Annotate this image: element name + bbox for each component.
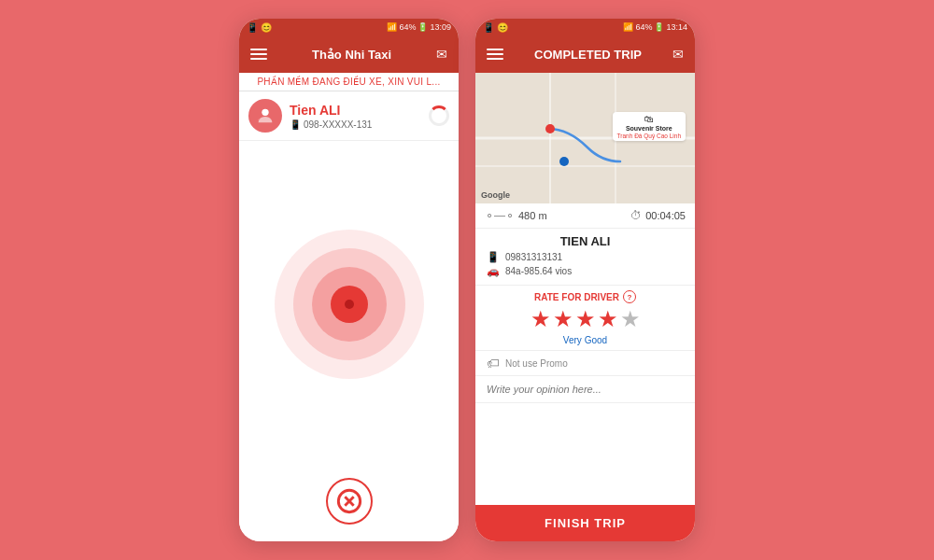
driver-name-block: Tien ALI 📱 098-XXXXX-131 xyxy=(290,103,421,130)
driver-phone-row: 📱 098-XXXXX-131 xyxy=(290,119,421,130)
opinion-input[interactable] xyxy=(475,376,695,403)
map-area: 🛍 Souvenir Store Tranh Đá Quý Cao Linh G… xyxy=(475,73,695,203)
radar-dot xyxy=(345,300,354,309)
vehicle-plate: 84a-985.64 vios xyxy=(505,266,572,276)
left-status-right: 📶 64% 🔋 13:09 xyxy=(387,22,451,32)
driver-name: Tien ALI xyxy=(290,103,421,118)
left-phone: 📱 😊 📶 64% 🔋 13:09 Thảo Nhi Taxi ✉ PHẦN M… xyxy=(239,19,459,541)
star-2[interactable]: ★ xyxy=(553,306,573,332)
store-name: Souvenir Store xyxy=(626,125,672,132)
right-status-bar: 📱 😊 📶 64% 🔋 13:14 xyxy=(475,19,695,35)
car-icon: 🚗 xyxy=(487,265,500,277)
promo-row: 🏷 Not use Promo xyxy=(475,351,695,376)
left-menu-button[interactable] xyxy=(250,49,267,60)
rating-text: Very Good xyxy=(563,335,607,345)
star-3[interactable]: ★ xyxy=(575,306,596,332)
cancel-button[interactable] xyxy=(326,478,373,525)
distance-value: 480 m xyxy=(518,210,547,221)
right-nav-bar: COMPLETED TRIP ✉ xyxy=(475,35,695,73)
map-start-marker xyxy=(545,124,555,133)
right-menu-button[interactable] xyxy=(487,49,503,60)
customer-phone-row: 📱 09831313131 xyxy=(487,251,684,263)
trip-meta: ⚬—⚬ 480 m ⏱ 00:04:05 xyxy=(475,203,695,229)
left-nav-bar: Thảo Nhi Taxi ✉ xyxy=(239,35,459,73)
right-nav-title: COMPLETED TRIP xyxy=(503,48,672,62)
left-banner: PHẦN MỀM ĐANG ĐIỀU XE, XIN VUI L... xyxy=(239,73,459,91)
star-1[interactable]: ★ xyxy=(531,306,551,332)
rate-label: RATE FOR DRIVER ? xyxy=(534,290,636,303)
duration-value: 00:04:05 xyxy=(645,210,686,221)
finish-trip-button[interactable]: FINISH TRIP xyxy=(475,505,695,541)
right-status-right: 📶 64% 🔋 13:14 xyxy=(623,22,687,32)
google-label: Google xyxy=(481,190,510,200)
rating-section: RATE FOR DRIVER ? ★ ★ ★ ★ ★ Very Good xyxy=(475,286,695,351)
right-phone: 📱 😊 📶 64% 🔋 13:14 COMPLETED TRIP ✉ xyxy=(475,19,695,541)
cancel-button-area xyxy=(239,467,459,541)
question-mark: ? xyxy=(623,290,636,303)
left-status-icons: 📱 😊 xyxy=(247,22,272,33)
trip-duration: ⏱ 00:04:05 xyxy=(630,209,686,222)
promo-text: Not use Promo xyxy=(505,358,568,369)
left-nav-title: Thảo Nhi Taxi xyxy=(267,48,436,62)
star-4[interactable]: ★ xyxy=(598,306,618,332)
right-time: 13:14 xyxy=(666,22,687,32)
left-mail-icon[interactable]: ✉ xyxy=(436,47,447,62)
right-battery: 64% xyxy=(635,22,652,32)
phone-icon: 📱 xyxy=(290,119,301,130)
phone-icon: 📱 xyxy=(487,251,500,263)
svg-point-0 xyxy=(262,109,268,116)
rate-label-text: RATE FOR DRIVER xyxy=(534,292,619,302)
star-5[interactable]: ★ xyxy=(620,306,641,332)
driver-phone-number: 098-XXXXX-131 xyxy=(304,119,372,130)
radar-area xyxy=(239,141,459,467)
loading-spinner xyxy=(429,105,449,126)
left-driver-info: Tien ALI 📱 098-XXXXX-131 xyxy=(239,91,459,141)
left-battery: 64% xyxy=(399,22,416,32)
radar xyxy=(275,230,424,379)
store-icon: 🛍 xyxy=(644,114,654,124)
left-status-bar: 📱 😊 📶 64% 🔋 13:09 xyxy=(239,19,459,35)
vehicle-row: 🚗 84a-985.64 vios xyxy=(487,265,684,277)
clock-icon: ⏱ xyxy=(630,209,642,222)
map-end-marker xyxy=(559,157,569,166)
route-icon: ⚬—⚬ xyxy=(485,209,515,222)
customer-phone: 09831313131 xyxy=(505,252,562,262)
trip-detail-section: TIEN ALI 📱 09831313131 🚗 84a-985.64 vios xyxy=(475,229,695,286)
right-mail-icon[interactable]: ✉ xyxy=(672,47,684,62)
customer-name: TIEN ALI xyxy=(487,234,684,248)
right-status-icons: 📱 😊 xyxy=(483,22,508,33)
star-rating[interactable]: ★ ★ ★ ★ ★ xyxy=(531,306,641,332)
map-store-label: 🛍 Souvenir Store Tranh Đá Quý Cao Linh xyxy=(613,112,686,141)
trip-distance: ⚬—⚬ 480 m xyxy=(485,209,547,222)
promo-icon: 🏷 xyxy=(487,356,500,371)
left-time: 13:09 xyxy=(430,22,451,32)
store-sub: Tranh Đá Quý Cao Linh xyxy=(617,133,681,139)
driver-avatar xyxy=(248,99,282,133)
